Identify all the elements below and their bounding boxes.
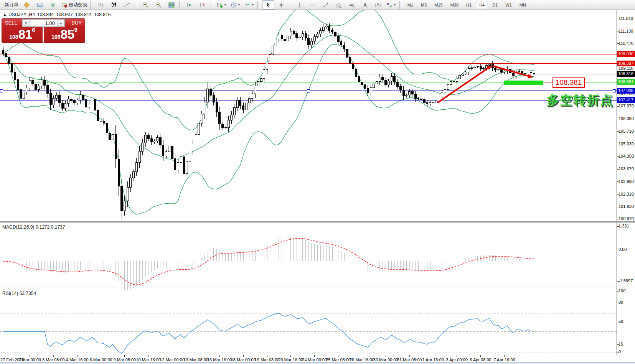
text-button[interactable]: A (359, 0, 371, 10)
price-annotation-box[interactable]: 108.381 (553, 77, 585, 88)
candle (26, 88, 28, 92)
timeframe-m1-button[interactable]: M1 (404, 1, 417, 9)
timeframe-h4-button[interactable]: H4 (476, 1, 488, 9)
candle (322, 27, 324, 30)
price-tick-label: 111.130 (619, 29, 635, 33)
candle (500, 69, 502, 72)
candle (49, 94, 51, 105)
vertical-line-button[interactable] (294, 0, 306, 10)
charts-button[interactable] (21, 0, 33, 10)
volume-up-button[interactable]: ▴ (57, 20, 64, 26)
candle (465, 72, 467, 74)
trendline-button[interactable] (320, 0, 332, 10)
tile-windows-button[interactable] (165, 0, 178, 10)
turning-point-annotation[interactable]: 多空转折点 (546, 92, 614, 109)
rsi-tick-label: 80 (619, 300, 635, 305)
chart-shift-button[interactable] (197, 0, 209, 10)
candle (385, 80, 387, 85)
zoom-out-button[interactable] (152, 0, 165, 10)
candle (524, 73, 526, 74)
candle (480, 67, 482, 69)
channel-button[interactable]: E (333, 0, 345, 10)
timeframe-m30-button[interactable]: M30 (447, 1, 462, 9)
timeframe-h1-button[interactable]: H1 (463, 1, 475, 9)
candle (376, 82, 378, 84)
toolbar-separator (179, 1, 182, 9)
bollinger-band-line (3, 44, 534, 214)
candle (263, 70, 265, 79)
time-label: 30 Mar 00:00 (373, 357, 398, 362)
candle (355, 69, 357, 77)
candle (127, 187, 129, 201)
candle (302, 33, 303, 37)
candle (337, 36, 339, 42)
time-label: 16 Mar 16:00 (207, 357, 232, 362)
line-selection-handle[interactable] (0, 89, 3, 92)
line-chart-button[interactable] (121, 0, 133, 10)
time-label: 7 Apr 16:00 (493, 357, 515, 362)
candle (269, 55, 271, 62)
bar-chart-icon (98, 2, 104, 8)
volume-down-button[interactable]: ▾ (22, 20, 30, 26)
candle (497, 69, 499, 70)
price-tick-label: 111.810 (619, 16, 635, 21)
signals-button[interactable] (47, 0, 59, 10)
candle (23, 92, 25, 99)
candle (310, 41, 312, 45)
candle (346, 49, 348, 57)
candle (201, 114, 203, 123)
candle (411, 91, 413, 94)
time-label: 4 Mar 16:00 (66, 357, 89, 362)
candle (521, 71, 523, 74)
candle (382, 77, 384, 80)
candle (370, 87, 372, 93)
zoom-in-button[interactable] (139, 0, 152, 10)
status-strip (0, 362, 635, 364)
ohlc-low: 108.814 (75, 12, 92, 17)
volume-input[interactable] (30, 20, 57, 26)
chart-ohlc-title: ▲USDJPY-,H4108.844108.907108.814108.816 (3, 12, 113, 17)
price-tick-label: 107.070 (619, 104, 635, 108)
candle (130, 178, 132, 188)
candle (157, 138, 158, 141)
market-watch-button[interactable] (34, 0, 46, 10)
timeframe-mn-button[interactable]: MN (516, 1, 529, 9)
periods-button[interactable]: ▼ (229, 0, 242, 10)
svg-text:E: E (340, 5, 341, 8)
candle (429, 102, 431, 104)
candle (162, 145, 164, 156)
bar-chart-button[interactable] (95, 0, 107, 10)
candle (145, 135, 147, 143)
timeframe-m15-button[interactable]: M15 (431, 1, 446, 9)
cursor-button[interactable] (262, 0, 274, 10)
new-order-button[interactable]: 新订单 (2, 0, 20, 10)
text-label-button[interactable]: T (372, 0, 384, 10)
trend-arrow[interactable] (493, 66, 528, 76)
indicators-button[interactable]: ▼ (215, 0, 228, 10)
candle (453, 81, 455, 82)
time-label: 2 Mar 00:00 (18, 357, 41, 362)
price-tick-label: 104.350 (619, 154, 635, 158)
svg-text:A: A (363, 2, 367, 8)
timeframe-w1-button[interactable]: W1 (502, 1, 515, 9)
chevron-down-icon: ▼ (238, 3, 241, 7)
auto-scroll-button[interactable] (184, 0, 196, 10)
shapes-button[interactable]: ▼ (385, 0, 398, 10)
candle (272, 46, 274, 55)
candle (53, 99, 54, 105)
chart-canvas[interactable] (0, 10, 635, 364)
timeframe-d1-button[interactable]: D1 (489, 1, 501, 9)
autotrading-button[interactable]: 自动交易 (60, 0, 89, 10)
candle (106, 123, 108, 133)
crosshair-button[interactable] (275, 0, 287, 10)
candle-chart-button[interactable] (108, 0, 120, 10)
templates-button[interactable]: ▼ (243, 0, 256, 10)
horizontal-line-button[interactable] (307, 0, 319, 10)
chart-area: ▲USDJPY-,H4108.844108.907108.814108.816 … (0, 10, 635, 364)
market-watch-icon (37, 2, 43, 8)
candle (459, 75, 461, 79)
timeframe-m5-button[interactable]: M5 (417, 1, 430, 9)
support-zone-bar[interactable] (504, 81, 543, 85)
line-selection-handle[interactable] (307, 89, 310, 92)
fibonacci-button[interactable]: F (346, 0, 358, 10)
